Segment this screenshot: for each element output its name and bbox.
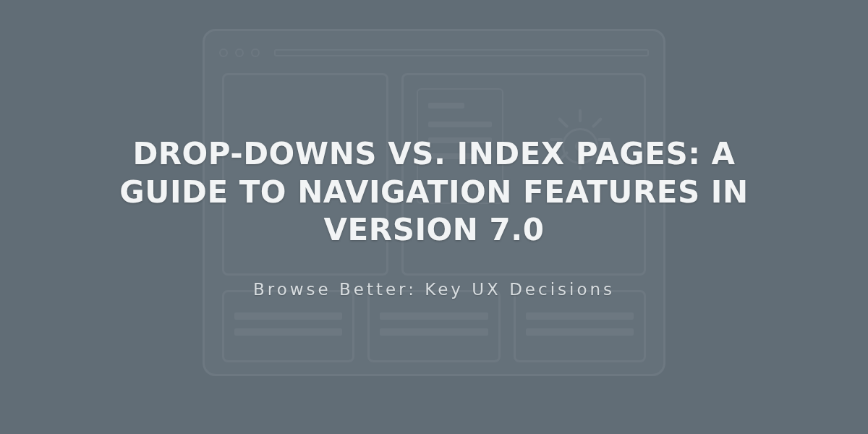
hero-subtitle: Browse Better: Key UX Decisions — [253, 280, 615, 299]
hero-content: DROP-DOWNS VS. INDEX PAGES: A GUIDE TO N… — [0, 0, 868, 434]
hero-title: DROP-DOWNS VS. INDEX PAGES: A GUIDE TO N… — [101, 135, 767, 250]
